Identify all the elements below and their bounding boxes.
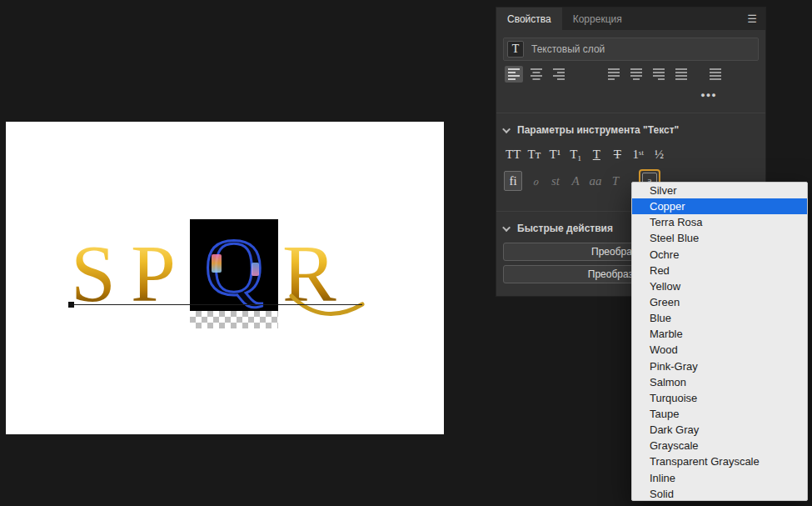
- justify-last-left-button[interactable]: [605, 66, 623, 83]
- strikethrough-button[interactable]: T: [608, 144, 626, 164]
- dropdown-item[interactable]: Red: [632, 263, 807, 278]
- dropdown-item[interactable]: Wood: [632, 342, 807, 358]
- transparency-checker-strip: [190, 311, 278, 328]
- dropdown-item[interactable]: Dark Gray: [632, 422, 807, 438]
- dropdown-item[interactable]: Turquoise: [632, 390, 807, 406]
- superscript-button[interactable]: T¹: [545, 144, 564, 164]
- panel-divider: [496, 113, 765, 113]
- tab-adjustments[interactable]: Коррекция: [562, 8, 633, 30]
- alternates-icon[interactable]: aa: [589, 174, 602, 188]
- underline-button[interactable]: T: [587, 144, 605, 164]
- selected-glyph-box[interactable]: Q: [190, 219, 278, 311]
- letter-swash: [289, 292, 366, 325]
- quick-actions-header[interactable]: Быстрые действия: [505, 223, 613, 234]
- titling-icon[interactable]: T: [609, 174, 622, 188]
- paragraph-align-row: [505, 66, 757, 83]
- type-options-header[interactable]: Параметры инструмента "Текст": [505, 124, 679, 136]
- align-center-button[interactable]: [527, 66, 545, 83]
- text-baseline-line: [72, 304, 362, 305]
- dropdown-item[interactable]: Steel Blue: [632, 230, 807, 246]
- dropdown-item[interactable]: Grayscale: [632, 438, 807, 453]
- justify-last-right-button[interactable]: [650, 66, 668, 83]
- typography-buttons-row: TT Tт T¹ T₁ T T 1ˢᵗ ½: [504, 144, 668, 164]
- swash-icon[interactable]: A: [569, 174, 582, 188]
- align-group-extra: [706, 66, 725, 83]
- glyph-color-artifact: [252, 263, 259, 276]
- dropdown-item[interactable]: Pink-Gray: [632, 358, 807, 374]
- dropdown-item[interactable]: Silver: [632, 183, 807, 198]
- chevron-down-icon: [502, 125, 511, 133]
- fractions-button[interactable]: ½: [650, 144, 668, 164]
- dropdown-item[interactable]: Marble: [632, 326, 807, 342]
- canvas-letter-s: S: [71, 233, 116, 314]
- dropdown-item[interactable]: Yellow: [632, 278, 807, 294]
- dropdown-item[interactable]: Inline: [632, 470, 807, 486]
- subscript-button[interactable]: T₁: [566, 144, 585, 164]
- dropdown-item[interactable]: Salmon: [632, 374, 807, 390]
- dropdown-item[interactable]: Taupe: [632, 406, 807, 422]
- align-left-button[interactable]: [505, 66, 523, 83]
- ordinals-button[interactable]: 1ˢᵗ: [629, 144, 647, 164]
- more-options-icon[interactable]: ●●●: [700, 91, 718, 99]
- chevron-down-icon: [502, 223, 511, 232]
- dropdown-item[interactable]: Blue: [632, 310, 807, 326]
- small-caps-button[interactable]: Tт: [525, 144, 543, 164]
- panel-menu-icon[interactable]: ☰: [739, 8, 765, 30]
- tab-properties[interactable]: Свойства: [496, 8, 562, 30]
- align-right-button[interactable]: [550, 66, 568, 83]
- ligatures-button[interactable]: fi: [504, 171, 522, 191]
- dropdown-item-selected[interactable]: Copper: [632, 198, 807, 214]
- dropdown-item[interactable]: Ochre: [632, 247, 807, 263]
- dropdown-item[interactable]: Terra Rosa: [632, 214, 807, 230]
- type-options-title: Параметры инструмента "Текст": [517, 124, 679, 136]
- dropdown-item[interactable]: Transparent Grayscale: [632, 453, 807, 469]
- align-group-justify: [605, 66, 690, 83]
- dropdown-item[interactable]: Green: [632, 294, 807, 310]
- panel-tabbar: Свойства Коррекция ☰: [496, 8, 765, 30]
- dropdown-item[interactable]: Solid: [632, 486, 807, 501]
- justify-last-center-button[interactable]: [627, 66, 645, 83]
- document-canvas[interactable]: S P Q R: [6, 122, 444, 434]
- layer-info-row: T Текстовый слой: [503, 38, 759, 61]
- quick-actions-title: Быстрые действия: [517, 223, 613, 234]
- glyph-color-artifact: [212, 254, 222, 273]
- ornaments-icon[interactable]: ℴ: [529, 173, 542, 188]
- text-layer-icon: T: [507, 41, 524, 58]
- all-caps-button[interactable]: TT: [504, 144, 522, 164]
- text-baseline-handle[interactable]: [68, 302, 74, 308]
- justify-all-button[interactable]: [672, 66, 690, 83]
- canvas-letter-p: P: [131, 233, 176, 314]
- layer-type-label: Текстовый слой: [531, 43, 605, 55]
- discretionary-ligatures-icon[interactable]: st: [549, 174, 562, 188]
- stylistic-sets-dropdown: Silver Copper Terra Rosa Steel Blue Ochr…: [631, 182, 808, 501]
- align-group-basic: [505, 66, 568, 83]
- justify-full-button[interactable]: [706, 66, 725, 83]
